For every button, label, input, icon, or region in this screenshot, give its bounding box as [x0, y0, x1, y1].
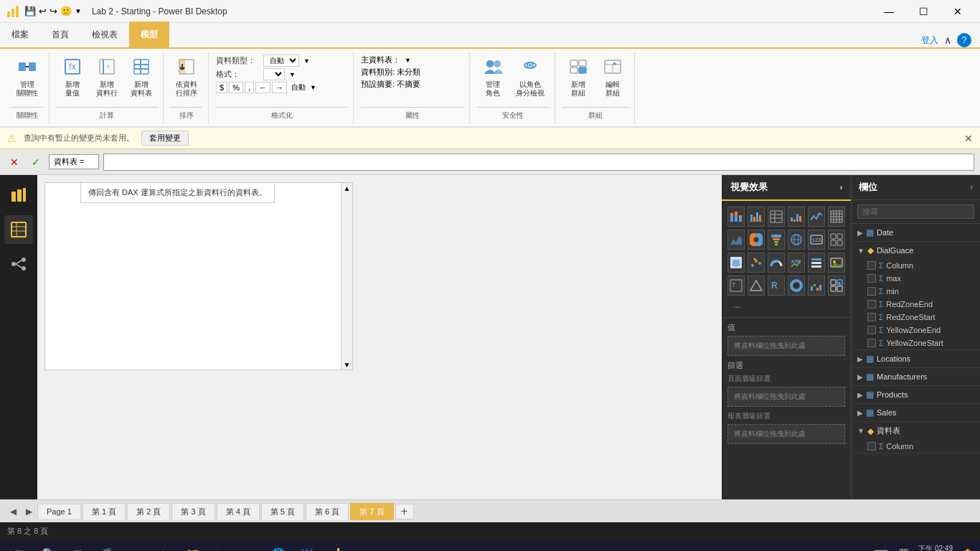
page-filter-drop-zone[interactable]: 將資料欄位拖曳到此處 — [727, 387, 845, 407]
field-datatable-column-checkbox[interactable] — [867, 442, 876, 451]
new-table-button[interactable]: 新增資料表 — [126, 55, 157, 100]
search-button[interactable]: 🔍 — [36, 541, 62, 551]
powerbi-taskbar-icon[interactable] — [323, 541, 349, 551]
text-box-icon[interactable]: T — [727, 276, 745, 296]
scroll-bar[interactable]: ▲ ▼ — [341, 183, 352, 369]
scroll-up-button[interactable]: ▲ — [342, 183, 352, 193]
decimal-right-button[interactable]: → — [272, 82, 287, 93]
decimal-left-button[interactable]: ← — [255, 82, 270, 93]
scroll-down-button[interactable]: ▼ — [342, 359, 352, 369]
field-item-datatable-column[interactable]: Σ Column — [852, 440, 980, 453]
new-column-button[interactable]: + 新增資料行 — [91, 55, 123, 100]
notification-center-icon[interactable]: 🔔 — [958, 545, 976, 551]
field-item-redzonestart[interactable]: Σ RedZoneStart — [852, 311, 980, 324]
tab-visualizations[interactable]: 視覺效果 › — [722, 175, 851, 201]
minimize-button[interactable]: — — [872, 0, 905, 23]
data-type-select[interactable]: 自動 — [263, 55, 299, 67]
r-script-icon[interactable]: R — [768, 276, 785, 296]
field-yellowzonestart-checkbox[interactable] — [867, 339, 876, 347]
chrome-app[interactable]: 🌐 — [265, 541, 291, 551]
manage-role-button[interactable]: 管理角色 — [477, 55, 509, 100]
field-redzoneend-checkbox[interactable] — [867, 300, 876, 309]
store-app[interactable]: 🛍 — [151, 541, 176, 551]
field-group-date-header[interactable]: ▶ ▦ Date — [852, 224, 980, 241]
report-filter-drop-zone[interactable]: 將資料欄位拖曳到此處 — [727, 424, 845, 444]
dropdown-arrow[interactable]: ▼ — [75, 7, 82, 15]
field-yellowzoneend-checkbox[interactable] — [867, 326, 876, 334]
scatter-chart-icon[interactable] — [748, 253, 765, 273]
settings-app[interactable]: ⚙ — [208, 541, 234, 551]
stacked-bar-icon[interactable] — [727, 207, 745, 227]
card-icon[interactable]: 123 — [808, 230, 825, 250]
more-visuals-icon[interactable] — [828, 276, 845, 296]
fields-search-input[interactable] — [857, 204, 974, 219]
format-select[interactable] — [263, 68, 285, 80]
field-min-checkbox[interactable] — [867, 287, 876, 296]
page-nav-right[interactable]: ▶ — [22, 504, 36, 519]
field-item-max[interactable]: Σ max — [852, 272, 980, 285]
funnel-icon[interactable] — [768, 230, 785, 250]
tab-view[interactable]: 檢視表 — [80, 22, 129, 47]
map-icon[interactable] — [788, 230, 805, 250]
main-table-arrow[interactable]: ▼ — [405, 57, 411, 64]
redo-icon[interactable]: ↪ — [50, 6, 57, 17]
field-group-sales-header[interactable]: ▶ ▦ Sales — [852, 404, 980, 421]
clustered-bar-icon[interactable] — [748, 207, 765, 227]
new-group-button[interactable]: 新增群組 — [562, 55, 594, 100]
page-nav-left[interactable]: ◀ — [6, 504, 20, 519]
donut-chart-icon[interactable] — [788, 276, 805, 296]
maximize-button[interactable]: ☐ — [907, 0, 940, 23]
kpi-icon[interactable]: KPI — [788, 253, 805, 273]
taskbar-clock[interactable]: 下午 02:49 2017/2/16 — [918, 544, 953, 551]
field-group-dialguace-header[interactable]: ▼ ◆ DialGuace — [852, 242, 980, 259]
value-drop-zone[interactable]: 將資料欄位拖曳到此處 — [727, 336, 845, 356]
tiles-app[interactable]: ⊞ — [122, 541, 148, 551]
taskbar-up-arrow[interactable]: ∧ — [849, 545, 867, 551]
add-page-button[interactable]: + — [395, 504, 414, 519]
formula-ok-button[interactable]: ✓ — [27, 154, 44, 171]
tab-file[interactable]: 檔案 — [0, 22, 40, 47]
sort-by-column-button[interactable]: 依資料行排序 — [171, 55, 202, 100]
edge-app[interactable]: e — [237, 541, 263, 551]
image-icon[interactable] — [828, 253, 845, 273]
table-editor-scroll[interactable]: ▲ ▼ — [45, 183, 352, 369]
page-tab-4[interactable]: 第 4 頁 — [217, 503, 260, 520]
start-button[interactable]: ⊞ — [4, 540, 33, 551]
new-measure-button[interactable]: fx 新增量值 — [57, 55, 88, 100]
slicer-icon[interactable] — [808, 253, 825, 273]
multi-row-card-icon[interactable] — [828, 230, 845, 250]
view-as-role-button[interactable]: 以角色身分檢視 — [512, 55, 549, 100]
login-button[interactable]: 登入 — [921, 34, 938, 47]
page-tab-7[interactable]: 第 7 頁 — [350, 503, 393, 520]
field-item-redzoneend[interactable]: Σ RedZoneEnd — [852, 298, 980, 311]
field-group-manufacturers-header[interactable]: ▶ ▦ Manufacturers — [852, 368, 980, 385]
field-item-column[interactable]: Σ Column — [852, 259, 980, 272]
formula-cancel-button[interactable]: ✕ — [6, 154, 23, 171]
matrix-icon[interactable] — [828, 207, 845, 227]
field-item-yellowzonestart[interactable]: Σ YellowZoneStart — [852, 336, 980, 349]
viz-expand-arrow[interactable]: › — [840, 184, 842, 192]
word-app[interactable]: W — [294, 541, 320, 551]
page-tab-1[interactable]: 第 1 頁 — [83, 503, 126, 520]
spotify-app[interactable]: 🎵 — [93, 541, 119, 551]
page-tab-page1[interactable]: Page 1 — [37, 504, 81, 519]
manage-relationships-button[interactable]: 管理關聯性 — [11, 55, 43, 100]
clustered-column-icon[interactable] — [788, 207, 805, 227]
fields-expand-button[interactable]: › — [970, 182, 973, 192]
shape-icon[interactable] — [748, 276, 765, 296]
dollar-sign-button[interactable]: $ — [216, 82, 227, 93]
data-view-icon[interactable] — [4, 215, 33, 244]
lang-icon[interactable]: 英 — [895, 545, 913, 551]
field-item-yellowzoneend[interactable]: Σ YellowZoneEnd — [852, 324, 980, 336]
line-chart-icon[interactable] — [808, 207, 825, 227]
task-view-button[interactable]: ⊟ — [65, 541, 90, 551]
table-viz-icon[interactable] — [768, 207, 785, 227]
field-column-checkbox[interactable] — [867, 261, 876, 270]
page-tab-6[interactable]: 第 6 頁 — [306, 503, 349, 520]
page-tab-2[interactable]: 第 2 頁 — [127, 503, 170, 520]
field-redzonestart-checkbox[interactable] — [867, 313, 876, 321]
report-view-icon[interactable] — [4, 181, 33, 209]
pie-chart-icon[interactable] — [748, 230, 765, 250]
tab-model[interactable]: 模型 — [129, 22, 169, 47]
field-group-products-header[interactable]: ▶ ▦ Products — [852, 386, 980, 403]
